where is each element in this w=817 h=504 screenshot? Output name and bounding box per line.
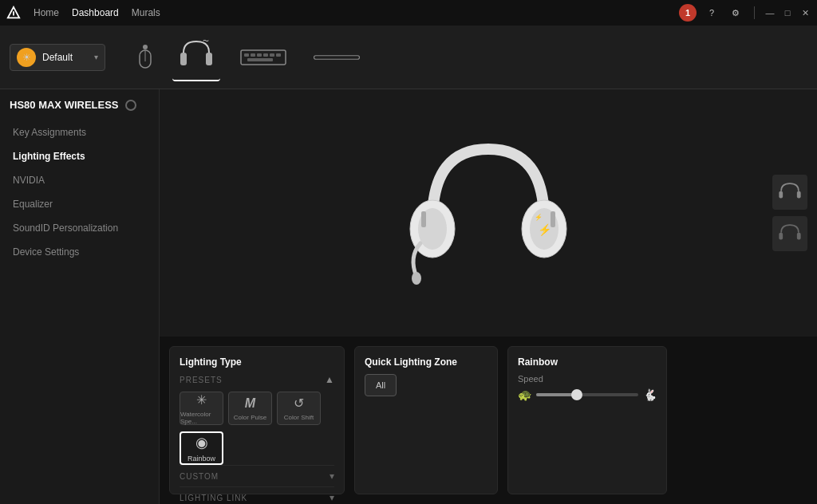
device-status-circle — [125, 100, 136, 111]
svg-text:⚡: ⚡ — [538, 223, 552, 237]
svg-rect-16 — [314, 55, 360, 59]
svg-rect-5 — [180, 53, 187, 65]
custom-chevron-icon: ▾ — [330, 471, 334, 482]
devicebar: ☀ Default ▾ 〜 — [0, 26, 817, 89]
rainbow-title: Rainbow — [518, 356, 657, 368]
speed-slider-thumb[interactable] — [571, 389, 582, 400]
sidebar-item-equalizer[interactable]: Equalizer — [0, 192, 159, 216]
svg-rect-28 — [779, 233, 783, 240]
titlebar-nav: Home Dashboard Murals — [34, 7, 160, 18]
minimize-button[interactable]: — — [764, 7, 776, 18]
svg-rect-22 — [421, 211, 426, 227]
presets-grid: ✳ Watercolor Spe... M Color Pulse ↺ Colo… — [180, 392, 334, 425]
device-keyboard[interactable] — [233, 42, 294, 73]
keyboard-icon — [239, 45, 287, 69]
main-layout: HS80 MAX WIRELESS Key Assignments Lighti… — [0, 89, 817, 504]
color-shift-label: Color Shift — [284, 414, 314, 421]
presets-header: PRESETS ▲ — [180, 374, 334, 385]
nav-home[interactable]: Home — [34, 7, 59, 18]
thumbnail-headset-1[interactable] — [772, 175, 807, 210]
watercolor-icon: ✳ — [196, 392, 207, 408]
lighting-link-section-row[interactable]: LIGHTING LINK ▾ — [180, 486, 334, 504]
slider-max-icon: 🐇 — [643, 388, 657, 401]
sidebar: HS80 MAX WIRELESS Key Assignments Lighti… — [0, 89, 160, 504]
titlebar: Home Dashboard Murals 1 ? ⚙ — □ ✕ — [0, 0, 817, 26]
sidebar-item-device-settings[interactable]: Device Settings — [0, 240, 159, 264]
svg-rect-23 — [551, 211, 555, 227]
speed-slider-container: 🐢 🐇 — [518, 388, 657, 401]
color-pulse-label: Color Pulse — [234, 414, 266, 421]
preset-watercolor[interactable]: ✳ Watercolor Spe... — [180, 392, 223, 425]
content-area: ⚡ ⚡ — [160, 89, 817, 504]
color-shift-icon: ↺ — [294, 396, 304, 411]
svg-rect-27 — [797, 191, 801, 199]
lighting-type-panel: Lighting Type PRESETS ▲ ✳ Watercolor Spe… — [169, 346, 345, 494]
thumbnail-headset-2[interactable] — [772, 216, 807, 251]
sidebar-item-soundid[interactable]: SoundID Personalization — [0, 216, 159, 240]
device-strip[interactable] — [306, 46, 367, 69]
preset-rainbow-selected[interactable]: ◉ Rainbow — [180, 431, 223, 465]
device-headset[interactable]: 〜 — [172, 33, 220, 81]
quick-zone-title: Quick Lighting Zone — [365, 356, 487, 368]
svg-rect-10 — [251, 53, 255, 57]
lighting-type-title: Lighting Type — [180, 356, 334, 368]
bottom-panels: Lighting Type PRESETS ▲ ✳ Watercolor Spe… — [160, 337, 817, 504]
rainbow-selected-label: Rainbow — [187, 455, 215, 463]
lighting-link-label: LIGHTING LINK — [180, 494, 247, 502]
profile-chevron-icon: ▾ — [94, 53, 98, 61]
settings-button[interactable]: ⚙ — [727, 4, 744, 22]
titlebar-right: 1 ? ⚙ — □ ✕ — [679, 4, 811, 22]
corsair-logo — [6, 6, 21, 20]
sidebar-item-key-assignments[interactable]: Key Assignments — [0, 120, 159, 144]
speed-slider-track[interactable] — [536, 393, 638, 396]
profile-selector[interactable]: ☀ Default ▾ — [10, 44, 105, 71]
strip-icon — [313, 49, 361, 65]
titlebar-left: Home Dashboard Murals — [6, 6, 160, 20]
nav-murals[interactable]: Murals — [132, 7, 160, 18]
custom-label: CUSTOM — [180, 472, 219, 481]
nav-dashboard[interactable]: Dashboard — [72, 7, 119, 18]
custom-section-row[interactable]: CUSTOM ▾ — [180, 465, 334, 486]
svg-rect-15 — [247, 58, 273, 61]
presets-collapse-icon[interactable]: ▲ — [325, 374, 334, 385]
mouse-icon — [137, 41, 153, 74]
lighting-link-chevron-icon: ▾ — [330, 492, 334, 503]
sidebar-item-lighting-effects[interactable]: Lighting Effects — [0, 144, 159, 168]
svg-rect-26 — [779, 191, 783, 199]
notification-badge[interactable]: 1 — [679, 4, 697, 22]
svg-rect-29 — [797, 233, 801, 240]
zone-all-button[interactable]: All — [365, 374, 397, 396]
thumbnail-headset-icon-2 — [778, 222, 802, 245]
svg-rect-13 — [270, 53, 274, 57]
svg-rect-9 — [244, 53, 249, 57]
preset-color-shift[interactable]: ↺ Color Shift — [277, 392, 321, 425]
svg-rect-12 — [263, 53, 268, 57]
device-title: HS80 MAX WIRELESS — [0, 99, 159, 120]
svg-rect-14 — [276, 53, 281, 57]
maximize-button[interactable]: □ — [782, 7, 793, 18]
headset-preview-image: ⚡ ⚡ — [393, 125, 584, 301]
quick-zone-panel: Quick Lighting Zone All — [354, 346, 498, 494]
close-button[interactable]: ✕ — [799, 7, 811, 18]
right-thumbnails — [772, 175, 807, 251]
headset-icon: 〜 — [179, 37, 214, 77]
svg-point-24 — [412, 272, 421, 285]
profile-icon: ☀ — [17, 48, 36, 67]
device-mouse[interactable] — [131, 37, 160, 77]
svg-rect-11 — [257, 53, 262, 57]
svg-text:〜: 〜 — [203, 37, 209, 45]
presets-label: PRESETS — [180, 376, 223, 384]
rainbow-panel: Rainbow Speed 🐢 🐇 — [507, 346, 667, 494]
speed-label: Speed — [518, 374, 657, 384]
watercolor-label: Watercolor Spe... — [180, 411, 223, 425]
svg-rect-8 — [241, 50, 286, 65]
color-pulse-icon: M — [245, 396, 255, 411]
preset-color-pulse[interactable]: M Color Pulse — [228, 392, 272, 425]
sidebar-item-nvidia[interactable]: NVIDIA — [0, 168, 159, 192]
svg-point-4 — [143, 45, 148, 49]
svg-text:⚡: ⚡ — [535, 213, 543, 221]
rainbow-selected-icon: ◉ — [195, 434, 208, 451]
divider — [754, 6, 755, 19]
profile-name: Default — [42, 52, 88, 63]
help-button[interactable]: ? — [703, 4, 720, 22]
